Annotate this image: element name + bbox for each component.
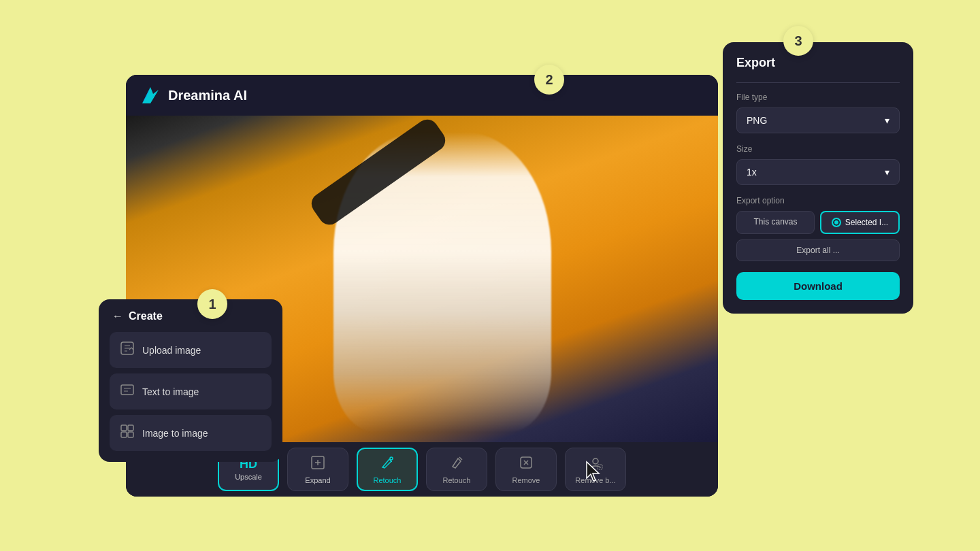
expand-icon xyxy=(310,455,325,473)
text-to-image-label: Text to image xyxy=(142,386,199,397)
remove-icon xyxy=(519,455,534,473)
app-name: Dreamina AI xyxy=(168,88,247,103)
upload-image-item[interactable]: Upload image xyxy=(110,332,272,368)
dreamina-logo-icon xyxy=(140,84,161,106)
size-select[interactable]: 1x ▾ xyxy=(736,159,900,185)
retouch-active-label: Retouch xyxy=(374,476,402,484)
back-arrow-icon[interactable]: ← xyxy=(112,310,123,322)
file-type-label: File type xyxy=(736,93,900,102)
create-title: Create xyxy=(129,310,163,322)
text-to-image-icon xyxy=(120,383,134,400)
create-panel-header: ← Create xyxy=(110,310,272,322)
image-to-image-label: Image to image xyxy=(142,428,208,439)
export-options-row: This canvas Selected I... xyxy=(736,211,900,234)
step-badge-1: 1 xyxy=(197,289,227,319)
size-value: 1x xyxy=(747,167,757,178)
file-type-value: PNG xyxy=(747,115,767,126)
logo-area: Dreamina AI xyxy=(140,84,247,106)
image-to-image-item[interactable]: Image to image xyxy=(110,415,272,451)
upload-image-icon xyxy=(120,341,134,358)
size-chevron-icon: ▾ xyxy=(885,167,889,178)
svg-point-3 xyxy=(390,457,393,460)
export-title: Export xyxy=(736,56,900,70)
divider xyxy=(736,82,900,83)
main-container: Dreamina AI HD Upscale xyxy=(0,0,980,551)
svg-marker-0 xyxy=(142,87,159,103)
svg-rect-8 xyxy=(121,385,133,395)
retouch-label: Retouch xyxy=(443,476,471,484)
this-canvas-button[interactable]: This canvas xyxy=(736,211,815,234)
download-button[interactable]: Download xyxy=(736,272,900,300)
retouch-button[interactable]: Retouch xyxy=(426,448,487,491)
upload-image-label: Upload image xyxy=(142,345,201,356)
create-panel: ← Create Upload image Text to image xyxy=(99,299,282,462)
text-to-image-item[interactable]: Text to image xyxy=(110,373,272,410)
file-type-chevron-icon: ▾ xyxy=(885,115,889,126)
cursor-pointer xyxy=(584,461,603,487)
export-option-label: Export option xyxy=(736,196,900,205)
size-label: Size xyxy=(736,144,900,154)
export-all-button[interactable]: Export all ... xyxy=(736,239,900,261)
app-header: Dreamina AI xyxy=(126,75,718,116)
svg-rect-9 xyxy=(121,425,127,431)
retouch-active-icon xyxy=(380,455,395,473)
step-badge-3: 3 xyxy=(783,26,813,56)
svg-rect-10 xyxy=(128,425,133,431)
expand-label: Expand xyxy=(305,476,330,484)
upscale-label: Upscale xyxy=(235,473,262,481)
remove-button[interactable]: Remove xyxy=(495,448,557,491)
export-panel: Export File type PNG ▾ Size 1x ▾ Export … xyxy=(723,42,913,314)
svg-rect-12 xyxy=(128,432,133,437)
image-to-image-icon xyxy=(120,424,134,441)
step-badge-2: 2 xyxy=(534,65,564,95)
selected-button[interactable]: Selected I... xyxy=(820,211,900,234)
file-type-select[interactable]: PNG ▾ xyxy=(736,107,900,133)
retouch-active-button[interactable]: Retouch xyxy=(357,448,418,491)
retouch-icon xyxy=(449,455,464,473)
svg-rect-11 xyxy=(121,432,127,437)
expand-button[interactable]: Expand xyxy=(287,448,348,491)
remove-label: Remove xyxy=(512,476,540,484)
